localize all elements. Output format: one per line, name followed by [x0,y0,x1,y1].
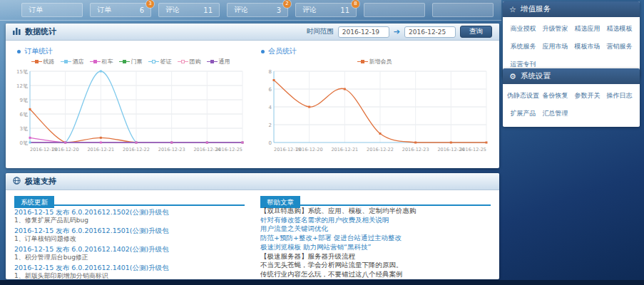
svg-text:9笔: 9笔 [20,98,29,103]
data-stats-panel: 数据统计 时间范围 ➔ 查询 订单统计 线路酒店租车门票签证团购通用 2016-… [6,24,499,168]
data-stats-header: 数据统计 时间范围 ➔ 查询 [6,24,499,41]
updates-tabrow: 系统更新 [14,194,245,206]
legend-label: 租车 [102,58,113,66]
sidebar-link[interactable]: 参数开关 [571,91,603,100]
svg-text:2016-12-20: 2016-12-20 [52,147,79,152]
legend-item[interactable]: 线路 [31,58,55,66]
topbar-item-label: 评论 [302,5,317,15]
sidebar-link[interactable]: 营销服务 [603,42,635,51]
legend-label: 团购 [190,58,201,66]
update-entry-detail: 1、订单核销问题修改 [14,235,245,243]
svg-text:8: 8 [269,69,272,75]
panel-title: 增值服务 [521,4,551,14]
topbar-item-empty[interactable] [432,3,494,17]
topbar-item-count: 3 [277,6,281,14]
legend-marker-icon [357,59,368,64]
svg-text:2016-12-20: 2016-12-20 [296,147,323,152]
article-link[interactable]: 【极速服务器】服务器升级流程 [260,252,491,261]
orders-chart-title: 订单统计 [17,46,252,56]
articles-list: 【双旦特惠购】系统、应用、模板、定制均半价惠购针对有修改签名需求的用户收费及相关… [260,207,491,279]
sidebar-link[interactable]: 操作日志 [603,91,635,100]
svg-text:2016-12-23: 2016-12-23 [158,147,185,152]
sidebar-link[interactable]: 汇总管理 [539,109,571,118]
update-entry-detail: 1、新版头部印刷增加分销商标识 [14,272,245,279]
charts-area: 订单统计 线路酒店租车门票签证团购通用 2016-12-192016-12-20… [6,41,499,156]
date-to-input[interactable] [404,26,456,38]
topbar-item[interactable]: 评论32 [227,3,288,17]
article-link[interactable]: 极速浏览模板 助力网站营销“黑科技” [260,243,491,252]
update-entry-title[interactable]: 2016-12-15 发布 6.0.201612.1501(公测)升级包 [14,227,245,235]
bullet-icon [261,50,265,53]
support-header: 极速支持 [6,173,499,190]
topbar-item[interactable]: 评论118 [295,3,357,17]
article-link[interactable]: 针对有修改签名需求的用户收费及相关说明 [260,216,491,224]
svg-text:2016-12-25: 2016-12-25 [215,147,242,152]
legend-label: 通用 [219,58,230,66]
orders-chart-block: 订单统计 线路酒店租车门票签证团购通用 2016-12-192016-12-20… [9,42,252,155]
legend-item[interactable]: 通用 [207,58,230,66]
svg-text:2016-12-23: 2016-12-23 [402,147,429,152]
sidebar-link[interactable]: 商业授权 [507,24,539,33]
sidebar-link[interactable]: 精选模板 [603,24,635,33]
legend-item[interactable]: 新增会员 [357,58,392,66]
panel-title: 系统设置 [521,71,551,81]
sidebar-link[interactable]: 模板市场 [571,42,603,51]
sidebar-link[interactable]: 应用市场 [539,42,571,51]
gear-icon: ⚙ [509,73,516,81]
members-chart-legend: 新增会员 [252,57,496,66]
legend-item[interactable]: 门票 [119,58,143,66]
svg-text:2016-12-22: 2016-12-22 [367,147,394,152]
sidebar-link[interactable]: 升级管家 [539,24,571,33]
help-articles-column: 帮助文章 【双旦特惠购】系统、应用、模板、定制均半价惠购针对有修改签名需求的用户… [260,194,491,279]
svg-text:2016-12-22: 2016-12-22 [123,147,150,152]
topbar-item[interactable]: 评论11 [158,3,220,17]
legend-marker-icon [31,59,42,64]
sidebar-link[interactable]: 系统服务 [507,42,539,51]
legend-item[interactable]: 签证 [148,58,172,66]
article-link[interactable]: 不当无头苍蝇，学会分析网站流量下降的原因。 [260,261,491,269]
sidebar-link[interactable]: 备份恢复 [539,91,571,100]
admin-dashboard: 订单订单63评论11评论32评论118 数据统计 时间范围 ➔ 查询 订单统计 … [0,0,644,285]
panel-title: 数据统计 [25,26,56,37]
members-line-chart: 2016-12-192016-12-202016-12-212016-12-22… [252,66,492,155]
panel-title: 极速支持 [25,176,56,187]
update-entry-title[interactable]: 2016-12-15 发布 6.0.201612.1502(公测)升级包 [14,208,245,217]
legend-label: 门票 [131,58,143,66]
update-entry-title[interactable]: 2016-12-15 发布 6.0.201612.1401(公测)升级包 [14,264,245,272]
topbar-item-count: 6 [140,6,144,14]
bullet-icon [17,50,21,53]
topbar-item-empty[interactable] [364,3,425,17]
topbar-item-label: 订单 [97,5,111,15]
system-updates-column: 系统更新 2016-12-15 发布 6.0.201612.1502(公测)升级… [14,194,245,279]
svg-text:2016-12-25: 2016-12-25 [459,147,486,152]
topbar-item-count: 11 [340,6,349,14]
date-from-input[interactable] [338,26,389,38]
sidebar-link[interactable]: 精选应用 [571,24,603,33]
legend-item[interactable]: 团购 [178,58,201,66]
update-entry-detail: 1、修复扩展产品乱码bug [14,217,245,224]
svg-text:2016-12-21: 2016-12-21 [331,147,358,152]
sidebar-link[interactable]: 扩展产品 [507,109,539,118]
arrow-right-icon: ➔ [394,27,400,36]
legend-item[interactable]: 酒店 [61,58,84,66]
orders-line-chart: 2016-12-192016-12-202016-12-212016-12-22… [9,66,248,155]
tab-system-updates[interactable]: 系统更新 [14,196,54,208]
footer-bar [0,280,644,285]
query-button[interactable]: 查询 [460,26,492,38]
update-entry-title[interactable]: 2016-12-15 发布 6.0.201612.1402(公测)升级包 [14,245,245,254]
members-chart-block: 会员统计 新增会员 2016-12-192016-12-202016-12-21… [252,42,496,155]
article-link[interactable]: 用户流量之关键词优化 [260,224,491,233]
time-range-label: 时间范围 [307,27,334,36]
article-link[interactable]: 防范+预防+整改+部署 促进台站通过主动整改 [260,234,491,242]
legend-label: 酒店 [73,58,84,66]
article-link[interactable]: 【双旦特惠购】系统、应用、模板、定制均半价惠购 [260,207,491,215]
topbar-item[interactable]: 订单 [21,3,83,17]
services-header: ☆ 增值服务 [503,1,640,17]
legend-item[interactable]: 租车 [90,58,113,66]
svg-text:6: 6 [269,87,272,93]
topbar-item[interactable]: 订单63 [90,3,151,17]
settings-header: ⚙ 系统设置 [503,68,640,84]
sidebar-link[interactable]: 伪静态设置 [507,91,539,100]
articles-tabrow: 帮助文章 [260,194,491,206]
article-link[interactable]: 传统行业内容怎么玩，不要错过这八个经典案例 [260,270,491,279]
